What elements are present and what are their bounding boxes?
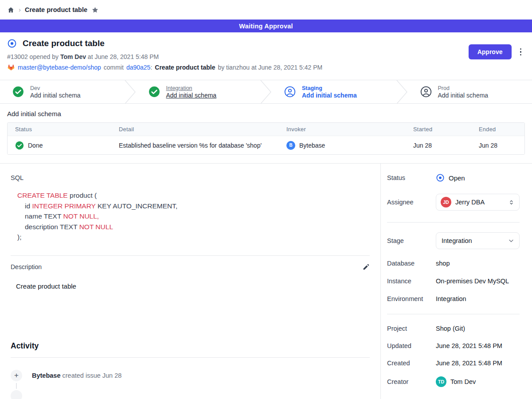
instance-value[interactable]: On-premises Dev MySQL xyxy=(436,278,509,285)
task-section: Add initial schema Status Detail Invoker… xyxy=(0,104,532,163)
sidebar-divider xyxy=(387,314,520,314)
database-label: Database xyxy=(387,260,436,267)
project-label: Project xyxy=(387,325,436,332)
project-value[interactable]: Shop (Git) xyxy=(436,325,465,332)
stage-env-label[interactable]: Integration xyxy=(166,85,217,91)
project-row: Project Shop (Git) xyxy=(387,325,520,332)
instance-row: Instance On-premises Dev MySQL xyxy=(387,278,520,285)
stage-separator xyxy=(260,80,272,104)
pipeline-stage-dev[interactable]: Dev Add initial schema xyxy=(0,80,125,103)
stage-pending-approval-icon xyxy=(284,86,296,98)
creator-label: Creator xyxy=(387,378,436,385)
pipeline-stage-staging[interactable]: Staging Add initial schema xyxy=(272,80,396,103)
stage-separator xyxy=(396,80,408,104)
activity-next-node xyxy=(11,390,22,399)
table-row[interactable]: Done Established baseline version %s for… xyxy=(8,136,524,154)
activity-section: Activity + Bytebase created issue Jun 28 xyxy=(11,341,370,399)
creator-row: Creator TD Tom Dev xyxy=(387,376,520,387)
issue-id-text: #13002 opened by xyxy=(7,53,60,60)
stage-done-icon xyxy=(12,86,24,98)
status-label: Status xyxy=(387,174,436,181)
approve-button[interactable]: Approve xyxy=(469,44,512,59)
task-ended: Jun 28 xyxy=(471,142,524,149)
creator-name: Tom Dev xyxy=(450,378,476,385)
page-title: Create product table xyxy=(23,39,105,48)
commit-line: master@bytebase-demo/shop commit da90a25… xyxy=(7,63,525,71)
edit-description-icon[interactable] xyxy=(362,263,370,271)
invoker-avatar: B xyxy=(286,141,295,150)
section-divider xyxy=(11,255,370,256)
stage-pending-icon xyxy=(420,86,432,98)
column-invoker: Invoker xyxy=(279,126,406,133)
task-status-text: Done xyxy=(28,142,43,149)
issue-meta: #13002 opened by Tom Dev at June 28, 202… xyxy=(7,53,525,60)
column-started: Started xyxy=(406,126,471,133)
stage-select[interactable]: Integration xyxy=(436,232,520,249)
environment-label: Environment xyxy=(387,295,436,302)
assignee-avatar: JD xyxy=(441,197,451,207)
done-check-icon xyxy=(15,141,24,150)
issue-time: at June 28, 2021 5:48 PM xyxy=(86,53,159,60)
database-row: Database shop xyxy=(387,260,520,267)
updated-row: Updated June 28, 2021 5:48 PM xyxy=(387,342,520,349)
assignee-name: Jerry DBA xyxy=(455,199,485,206)
pipeline: Dev Add initial schema Integration Add i… xyxy=(0,80,532,104)
more-actions-icon[interactable] xyxy=(519,47,523,57)
task-table: Status Detail Invoker Started Ended Done… xyxy=(7,122,525,155)
stage-env-label: Dev xyxy=(30,85,81,91)
chevron-down-icon xyxy=(508,237,515,244)
stage-label: Stage xyxy=(387,237,436,244)
assignee-row: Assignee JD Jerry DBA xyxy=(387,194,520,211)
activity-create-icon: + xyxy=(11,370,22,381)
stage-task-label: Add initial schema xyxy=(302,92,357,99)
database-value[interactable]: shop xyxy=(436,260,450,267)
description-label: Description xyxy=(11,263,42,270)
assignee-label: Assignee xyxy=(387,199,436,206)
open-status-icon xyxy=(436,173,445,182)
stage-separator xyxy=(125,80,136,104)
stage-row: Stage Integration xyxy=(387,232,520,249)
commit-message: Create product table xyxy=(155,64,215,71)
gitlab-icon xyxy=(7,63,15,71)
issue-sidebar: Status Open Assignee JD Jerry DBA Stage xyxy=(380,164,532,399)
stage-done-icon xyxy=(149,86,160,98)
sql-label: SQL xyxy=(11,174,370,181)
star-icon[interactable] xyxy=(91,6,99,14)
stage-task-label: Add initial schema xyxy=(30,92,81,99)
status-row: Status Open xyxy=(387,173,520,182)
invoker-name: Bytebase xyxy=(299,142,325,149)
stage-task-label[interactable]: Add initial schema xyxy=(166,92,217,99)
column-ended: Ended xyxy=(471,126,524,133)
breadcrumb: › Create product table xyxy=(0,0,532,20)
column-detail: Detail xyxy=(111,126,279,133)
instance-label: Instance xyxy=(387,278,436,285)
activity-item: + Bytebase created issue Jun 28 xyxy=(11,370,370,381)
assignee-select[interactable]: JD Jerry DBA xyxy=(436,194,520,211)
stage-task-label: Add initial schema xyxy=(438,92,489,99)
home-icon[interactable] xyxy=(7,6,15,14)
stage-value: Integration xyxy=(441,237,472,244)
column-status: Status xyxy=(8,126,111,133)
status-value: Open xyxy=(449,174,465,182)
stage-env-label: Prod xyxy=(438,85,489,91)
creator-avatar: TD xyxy=(436,376,446,387)
task-started: Jun 28 xyxy=(406,142,471,149)
status-banner-text: Waiting Approval xyxy=(239,23,293,30)
commit-branch-link[interactable]: master@bytebase-demo/shop xyxy=(18,64,101,71)
created-label: Created xyxy=(387,360,436,367)
commit-byline: by tianzhou at June 28, 2021 5:42 PM xyxy=(218,64,322,71)
breadcrumb-page-title[interactable]: Create product table xyxy=(25,6,87,13)
task-detail-text: Established baseline version %s for data… xyxy=(111,142,279,149)
activity-divider xyxy=(11,357,370,358)
commit-hash-link[interactable]: da90a25 xyxy=(126,64,151,71)
pipeline-stage-prod[interactable]: Prod Add initial schema xyxy=(408,80,532,103)
environment-row: Environment Integration xyxy=(387,295,520,302)
description-body[interactable]: Create product table xyxy=(11,282,370,290)
pipeline-stage-integration[interactable]: Integration Add initial schema xyxy=(136,80,261,103)
select-updown-icon xyxy=(508,199,515,206)
created-value: June 28, 2021 5:48 PM xyxy=(436,360,502,367)
issue-author: Tom Dev xyxy=(60,53,86,60)
updated-value: June 28, 2021 5:48 PM xyxy=(436,342,502,349)
activity-heading: Activity xyxy=(11,341,370,351)
activity-timeline xyxy=(16,383,17,389)
